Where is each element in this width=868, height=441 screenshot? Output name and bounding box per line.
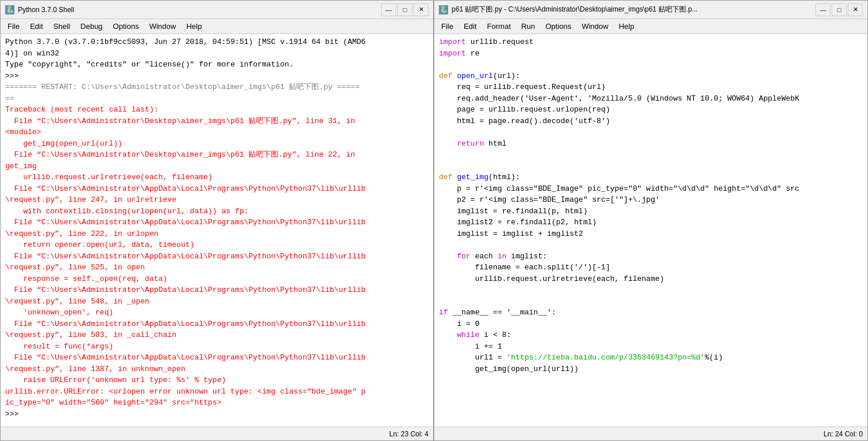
editor-menu-edit[interactable]: Edit bbox=[459, 21, 481, 32]
editor-line: i += 1 bbox=[434, 341, 867, 353]
editor-line bbox=[434, 127, 867, 138]
editor-icon: 🐍 bbox=[439, 5, 448, 14]
editor-menu-help[interactable]: Help bbox=[614, 21, 639, 32]
shell-title-left: 🐍 Python 3.7.0 Shell bbox=[5, 5, 74, 14]
shell-menu-file[interactable]: File bbox=[3, 21, 24, 32]
editor-line: html = page.read().decode('utf-8') bbox=[434, 116, 867, 127]
shell-menu-debug[interactable]: Debug bbox=[76, 21, 107, 32]
editor-menu-options[interactable]: Options bbox=[541, 21, 576, 32]
shell-line: with contextlib.closing(urlopen(url, dat… bbox=[1, 206, 433, 217]
shell-line: 'unknown_open', req) bbox=[1, 307, 433, 318]
shell-line: == bbox=[1, 93, 433, 105]
shell-line: File “C:\Users\Administrator\AppData\Loc… bbox=[1, 183, 433, 195]
shell-line: File “C:\Users\Administrator\Desktop\aim… bbox=[1, 116, 433, 127]
editor-status-text: Ln: 24 Col: 0 bbox=[824, 430, 863, 438]
shell-title-bar: 🐍 Python 3.7.0 Shell — □ ✕ bbox=[1, 1, 433, 19]
shell-line: File “C:\Users\Administrator\AppData\Loc… bbox=[1, 284, 433, 296]
editor-line: def open_url(url): bbox=[434, 71, 867, 82]
shell-title-text: Python 3.7.0 Shell bbox=[18, 6, 74, 14]
editor-line: req.add_header('User-Agent', 'Mozilla/5.… bbox=[434, 93, 867, 105]
editor-line: get_img(open_url(url1)) bbox=[434, 364, 867, 375]
shell-menu-bar: File Edit Shell Debug Options Window Hel… bbox=[1, 19, 433, 34]
editor-title-bar: 🐍 p61 贴吧下图.py - C:\Users\Administrator\D… bbox=[434, 1, 867, 19]
shell-line: >>> bbox=[1, 409, 433, 420]
shell-title-controls: — □ ✕ bbox=[381, 3, 429, 16]
shell-line: <module> bbox=[1, 127, 433, 138]
editor-line: def get_img(html): bbox=[434, 172, 867, 183]
shell-line: Python 3.7.0 (v3.7.0:1bf9cc5093, Jun 27 … bbox=[1, 36, 433, 48]
editor-minimize-btn[interactable]: — bbox=[815, 3, 830, 16]
shell-icon: 🐍 bbox=[5, 5, 14, 14]
editor-line bbox=[434, 59, 867, 71]
editor-maximize-btn[interactable]: □ bbox=[832, 3, 847, 16]
editor-menu-bar: File Edit Format Run Options Window Help bbox=[434, 19, 867, 34]
editor-line: import urllib.request bbox=[434, 36, 867, 48]
editor-line: while i < 8: bbox=[434, 329, 867, 341]
shell-line: raise URLError('unknown url type: %s' % … bbox=[1, 375, 433, 386]
editor-line: url1 = 'https://tieba.baidu.com/p/336346… bbox=[434, 352, 867, 364]
editor-line: i = 0 bbox=[434, 318, 867, 330]
editor-window: 🐍 p61 贴吧下图.py - C:\Users\Administrator\D… bbox=[434, 0, 868, 441]
editor-line: p = r'<img class="BDE_Image" pic_type="0… bbox=[434, 183, 867, 195]
editor-title-left: 🐍 p61 贴吧下图.py - C:\Users\Administrator\D… bbox=[439, 5, 698, 14]
editor-line: return html bbox=[434, 138, 867, 150]
shell-line: Traceback (most recent call last): bbox=[1, 104, 433, 116]
editor-line: imglist = imglist + imglist2 bbox=[434, 228, 867, 240]
shell-line: File “C:\Users\Administrator\AppData\Loc… bbox=[1, 318, 433, 330]
editor-line: if __name__ == '__main__': bbox=[434, 307, 867, 318]
shell-line: 4)] on win32 bbox=[1, 48, 433, 60]
editor-line: imglist = re.findall(p, html) bbox=[434, 206, 867, 217]
shell-line: get_img(open_url(url)) bbox=[1, 138, 433, 150]
shell-line: ic_type="0" width="560" height="294" src… bbox=[1, 397, 433, 409]
shell-content-area[interactable]: Python 3.7.0 (v3.7.0:1bf9cc5093, Jun 27 … bbox=[1, 34, 433, 427]
editor-line: urllib.request.urlretrieve(each, filenam… bbox=[434, 273, 867, 285]
shell-line: \request.py”, line 548, in _open bbox=[1, 296, 433, 307]
shell-line: >>> bbox=[1, 71, 433, 82]
editor-content-area[interactable]: import urllib.requestimport re def open_… bbox=[434, 34, 867, 427]
editor-status-bar: Ln: 24 Col: 0 bbox=[434, 427, 867, 440]
shell-window: 🐍 Python 3.7.0 Shell — □ ✕ File Edit She… bbox=[0, 0, 434, 441]
shell-line: get_img bbox=[1, 161, 433, 172]
editor-line bbox=[434, 296, 867, 307]
editor-line bbox=[434, 149, 867, 161]
shell-line: File “C:\Users\Administrator\Desktop\aim… bbox=[1, 149, 433, 161]
shell-menu-options[interactable]: Options bbox=[109, 21, 144, 32]
shell-menu-shell[interactable]: Shell bbox=[49, 21, 74, 32]
editor-line: import re bbox=[434, 48, 867, 60]
shell-menu-window[interactable]: Window bbox=[144, 21, 180, 32]
editor-line: req = urllib.request.Request(url) bbox=[434, 81, 867, 93]
editor-menu-file[interactable]: File bbox=[437, 21, 458, 32]
editor-title-controls: — □ ✕ bbox=[815, 3, 863, 16]
editor-line bbox=[434, 161, 867, 172]
editor-line: for each in imglist: bbox=[434, 251, 867, 262]
shell-maximize-btn[interactable]: □ bbox=[397, 3, 412, 16]
shell-line: File “C:\Users\Administrator\AppData\Loc… bbox=[1, 352, 433, 364]
shell-status-bar: Ln: 23 Col: 4 bbox=[1, 427, 433, 440]
shell-line: Type "copyright", "credits" or "license(… bbox=[1, 59, 433, 71]
editor-title-text: p61 贴吧下图.py - C:\Users\Administrator\Des… bbox=[452, 5, 698, 14]
shell-status-text: Ln: 23 Col: 4 bbox=[389, 430, 429, 438]
shell-close-btn[interactable]: ✕ bbox=[413, 3, 429, 16]
shell-line: result = func(*args) bbox=[1, 341, 433, 353]
shell-line: \request.py”, line 247, in urlretrieve bbox=[1, 194, 433, 206]
editor-line: filename = each.split('/')[-1] bbox=[434, 262, 867, 273]
shell-line: return opener.open(url, data, timeout) bbox=[1, 239, 433, 251]
shell-line: File “C:\Users\Administrator\AppData\Loc… bbox=[1, 217, 433, 228]
shell-line: \request.py”, line 222, in urlopen bbox=[1, 228, 433, 240]
editor-menu-format[interactable]: Format bbox=[482, 21, 515, 32]
shell-minimize-btn[interactable]: — bbox=[381, 3, 396, 16]
shell-line: \request.py”, line 525, in open bbox=[1, 262, 433, 273]
shell-menu-help[interactable]: Help bbox=[182, 21, 207, 32]
editor-line bbox=[434, 284, 867, 296]
shell-line: \request.py”, line 1387, in unknown_open bbox=[1, 364, 433, 375]
editor-close-btn[interactable]: ✕ bbox=[848, 3, 863, 16]
editor-line bbox=[434, 239, 867, 251]
shell-line: response = self._open(req, data) bbox=[1, 273, 433, 285]
shell-line: File “C:\Users\Administrator\AppData\Loc… bbox=[1, 251, 433, 262]
shell-line: urllib.request.urlretrieve(each, filenam… bbox=[1, 172, 433, 183]
shell-line: \request.py”, line 503, in _call_chain bbox=[1, 329, 433, 341]
editor-menu-run[interactable]: Run bbox=[517, 21, 540, 32]
shell-menu-edit[interactable]: Edit bbox=[25, 21, 47, 32]
editor-menu-window[interactable]: Window bbox=[577, 21, 613, 32]
editor-line: page = urllib.request.urlopen(req) bbox=[434, 104, 867, 116]
